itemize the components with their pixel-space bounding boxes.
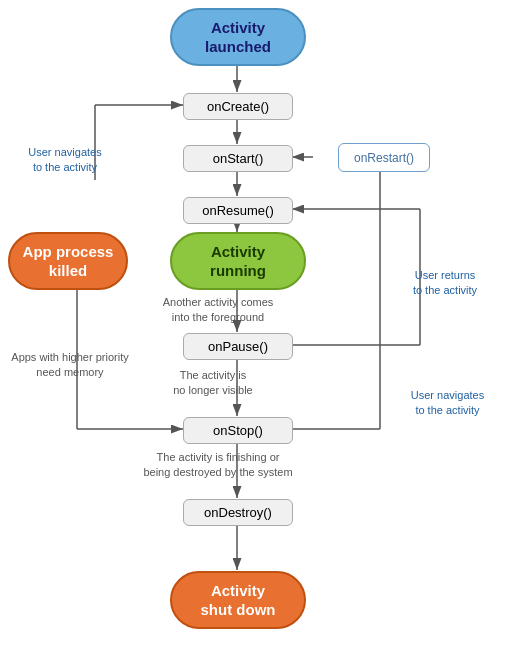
activity-launched-node: Activity launched — [170, 8, 306, 66]
onstart-label: onStart() — [213, 151, 264, 166]
activity-launched-label: Activity launched — [205, 18, 271, 57]
activity-running-node: Activity running — [170, 232, 306, 290]
android-lifecycle-diagram: Activity launched onCreate() onStart() o… — [0, 0, 513, 663]
onpause-node: onPause() — [183, 333, 293, 360]
onstop-node: onStop() — [183, 417, 293, 444]
onrestart-node: onRestart() — [338, 143, 430, 172]
no-longer-visible-label: The activity is no longer visible — [148, 368, 278, 399]
activity-finishing-label: The activity is finishing or being destr… — [138, 450, 298, 481]
app-killed-node: App process killed — [8, 232, 128, 290]
onresume-node: onResume() — [183, 197, 293, 224]
activity-shutdown-node: Activity shut down — [170, 571, 306, 629]
apps-priority-label: Apps with higher priority need memory — [5, 350, 135, 381]
user-returns-label: User returns to the activity — [390, 268, 500, 299]
onstop-label: onStop() — [213, 423, 263, 438]
ondestroy-label: onDestroy() — [204, 505, 272, 520]
onstart-node: onStart() — [183, 145, 293, 172]
onresume-label: onResume() — [202, 203, 274, 218]
onpause-label: onPause() — [208, 339, 268, 354]
user-navigates-2-label: User navigates to the activity — [390, 388, 505, 419]
app-killed-label: App process killed — [23, 242, 114, 281]
onrestart-label: onRestart() — [354, 151, 414, 165]
activity-shutdown-label: Activity shut down — [201, 581, 276, 620]
user-navigates-label: User navigates to the activity — [10, 145, 120, 176]
another-activity-label: Another activity comes into the foregrou… — [148, 295, 288, 326]
ondestroy-node: onDestroy() — [183, 499, 293, 526]
activity-running-label: Activity running — [210, 242, 266, 281]
oncreate-label: onCreate() — [207, 99, 269, 114]
oncreate-node: onCreate() — [183, 93, 293, 120]
